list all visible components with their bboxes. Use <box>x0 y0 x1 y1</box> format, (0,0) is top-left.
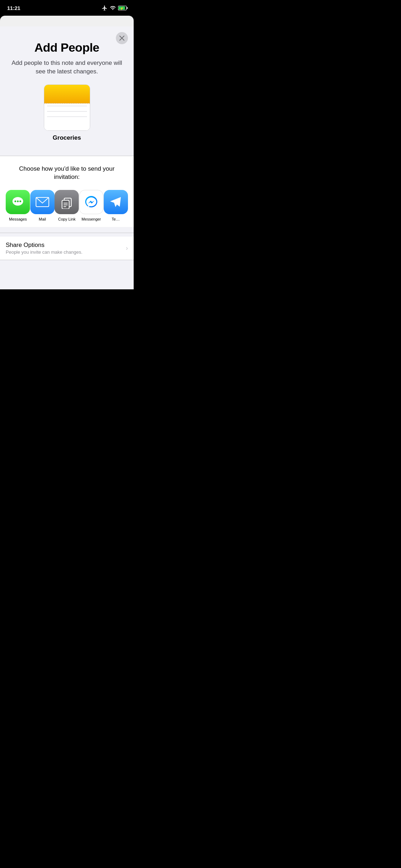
share-option-mail[interactable]: Mail <box>30 190 55 221</box>
messages-icon <box>6 190 30 214</box>
telegram-icon-svg <box>109 195 123 209</box>
mail-label: Mail <box>39 217 46 221</box>
modal-sheet: Add People Add people to this note and e… <box>0 26 134 289</box>
messages-label: Messages <box>9 217 27 221</box>
share-section: Choose how you'd like to send your invit… <box>0 156 134 227</box>
copy-link-icon-svg <box>60 195 73 209</box>
svg-point-8 <box>20 201 21 202</box>
mail-icon-svg <box>35 197 50 207</box>
messenger-icon <box>79 190 103 214</box>
share-section-divider <box>0 233 134 233</box>
status-time: 11:21 <box>7 5 20 11</box>
svg-text:⚡: ⚡ <box>120 6 124 10</box>
share-option-messages[interactable]: Messages <box>6 190 30 221</box>
close-button[interactable] <box>116 32 128 44</box>
modal-subtitle: Add people to this note and everyone wil… <box>11 59 123 76</box>
telegram-label: Te… <box>112 217 120 221</box>
notes-icon-container: Groceries <box>11 84 123 141</box>
share-option-messenger[interactable]: Messenger <box>79 190 104 221</box>
telegram-icon <box>104 190 128 214</box>
share-option-telegram[interactable]: Te… <box>103 190 128 221</box>
messages-icon-svg <box>11 195 25 209</box>
modal-title: Add People <box>11 41 123 55</box>
note-name: Groceries <box>53 134 81 141</box>
share-options-item[interactable]: Share Options People you invite can make… <box>0 237 134 260</box>
airplane-icon <box>102 5 108 11</box>
chevron-right-icon: › <box>126 244 128 252</box>
notes-icon-header <box>44 85 90 103</box>
messenger-icon-svg <box>83 194 99 210</box>
copy-link-label: Copy Link <box>58 217 76 221</box>
svg-point-7 <box>17 201 19 202</box>
notes-icon <box>44 84 90 131</box>
svg-rect-2 <box>127 7 128 9</box>
notes-line-2 <box>47 111 87 112</box>
bottom-area <box>0 260 134 289</box>
status-icons: ⚡ <box>102 5 128 11</box>
status-bar: 11:21 ⚡ <box>0 0 134 16</box>
notes-line-1 <box>47 106 87 106</box>
share-options-section: Share Options People you invite can make… <box>0 237 134 260</box>
share-options-title: Share Options <box>6 242 126 249</box>
share-option-copy-link[interactable]: Copy Link <box>55 190 79 221</box>
share-options-text: Share Options People you invite can make… <box>6 242 126 255</box>
notes-icon-body <box>44 103 90 130</box>
wifi-icon <box>110 5 116 11</box>
close-icon <box>119 36 124 41</box>
notes-line-3 <box>47 117 87 117</box>
svg-point-6 <box>15 201 16 202</box>
header-section: Add People Add people to this note and e… <box>0 26 134 156</box>
battery-icon: ⚡ <box>118 5 128 11</box>
background-peek <box>0 16 134 26</box>
share-prompt: Choose how you'd like to send your invit… <box>0 165 134 182</box>
copy-link-icon <box>55 190 79 214</box>
share-options-row: Messages Mail <box>0 190 134 221</box>
share-options-subtitle: People you invite can make changes. <box>6 249 126 255</box>
mail-icon <box>30 190 55 214</box>
svg-rect-11 <box>62 200 69 209</box>
messenger-label: Messenger <box>82 217 101 221</box>
